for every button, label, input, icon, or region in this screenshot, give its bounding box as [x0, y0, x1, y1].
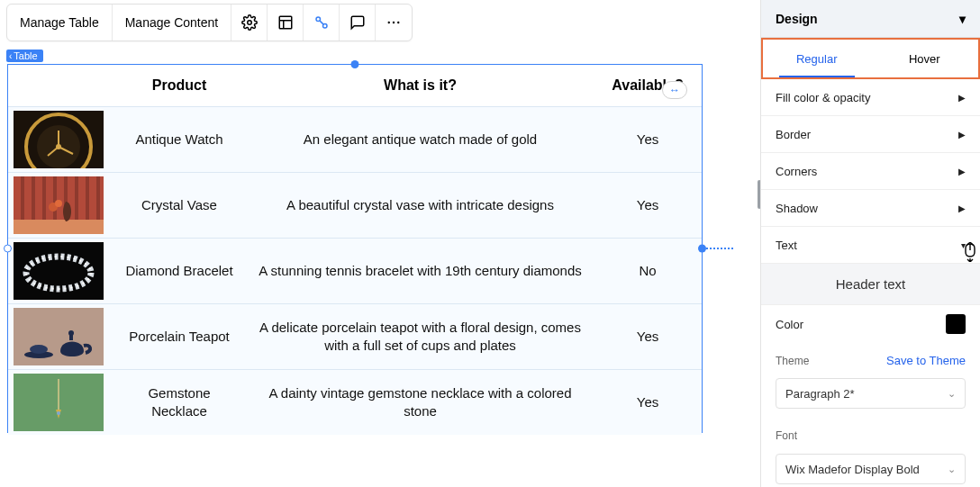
font-row: Font [761, 418, 980, 448]
panel-header[interactable]: Design ▾ [761, 0, 980, 38]
available-cell[interactable]: No [594, 239, 702, 304]
manage-content-button[interactable]: Manage Content [113, 5, 232, 41]
column-header[interactable]: What is it? [247, 65, 594, 107]
chevron-down-icon: ⌄ [948, 388, 956, 400]
product-image-cell[interactable] [8, 304, 112, 370]
table-row[interactable]: Diamond Bracelet A stunning tennis brace… [8, 239, 702, 304]
product-image-cell[interactable] [8, 370, 112, 436]
thumbnail-teapot [14, 308, 104, 365]
svg-point-12 [56, 144, 61, 149]
tab-hover[interactable]: Hover [871, 40, 979, 77]
thumbnail-watch [14, 111, 104, 168]
design-panel: Design ▾ Regular Hover Fill color & opac… [760, 0, 980, 487]
element-tag[interactable]: ‹ Table [6, 50, 43, 62]
column-resize-handle[interactable]: ↔ [662, 81, 687, 99]
svg-point-8 [397, 22, 399, 23]
floating-toolbar: Manage Table Manage Content [6, 4, 413, 41]
chevron-down-icon: ⌄ [948, 464, 956, 475]
resize-handle-top[interactable] [351, 60, 359, 68]
section-label: Corners [776, 165, 817, 178]
section-label: Shadow [776, 202, 818, 215]
section-label: Text [776, 239, 797, 252]
thumbnail-necklace [14, 374, 104, 431]
design-icon[interactable] [304, 5, 340, 41]
product-image-cell[interactable] [8, 173, 112, 239]
chat-icon[interactable] [340, 5, 376, 41]
svg-rect-1 [279, 16, 292, 29]
section-text[interactable]: Text ▾ [761, 227, 980, 264]
desc-cell[interactable]: A delicate porcelain teapot with a flora… [247, 304, 594, 370]
manage-table-button[interactable]: Manage Table [7, 5, 113, 41]
product-cell[interactable]: Gemstone Necklace [112, 370, 247, 436]
tag-label: Table [14, 50, 37, 61]
table-row[interactable]: Crystal Vase A beautiful crystal vase wi… [8, 173, 702, 239]
theme-select[interactable]: Paragraph 2* ⌄ [776, 378, 966, 409]
svg-rect-20 [14, 308, 104, 365]
svg-point-4 [316, 17, 321, 22]
theme-row: Theme Save to Theme [761, 339, 980, 373]
resize-handle-right[interactable] [698, 245, 706, 253]
product-image-cell[interactable] [8, 239, 112, 304]
product-cell[interactable]: Diamond Bracelet [112, 239, 247, 304]
layout-icon[interactable] [268, 5, 304, 41]
section-border[interactable]: Border ▶ [761, 116, 980, 153]
table-row[interactable]: Antique Watch An elegant antique watch m… [8, 107, 702, 173]
data-table[interactable]: Product What is it? Available? Antique W… [8, 65, 702, 435]
desc-cell[interactable]: A beautiful crystal vase with intricate … [247, 173, 594, 239]
subsection-header-text: Header text [761, 264, 980, 305]
table-frame[interactable]: Product What is it? Available? Antique W… [7, 64, 703, 433]
available-cell[interactable]: Yes [594, 370, 702, 436]
editor-canvas: Manage Table Manage Content ‹ Table [0, 0, 760, 487]
font-value: Wix Madefor Display Bold [785, 463, 920, 476]
desc-cell[interactable]: A stunning tennis bracelet with 19th cen… [247, 239, 594, 304]
table-row[interactable]: Porcelain Teapot A delicate porcelain te… [8, 304, 702, 370]
chevron-right-icon: ▶ [958, 130, 966, 140]
column-header[interactable] [8, 65, 112, 107]
theme-value: Paragraph 2* [785, 387, 855, 401]
section-label: Border [776, 128, 811, 141]
desc-cell[interactable]: A dainty vintage gemstone necklace with … [247, 370, 594, 436]
section-shadow[interactable]: Shadow ▶ [761, 190, 980, 227]
svg-rect-14 [14, 176, 104, 220]
available-cell[interactable]: Yes [594, 107, 702, 173]
product-cell[interactable]: Porcelain Teapot [112, 304, 247, 370]
svg-point-5 [322, 24, 327, 29]
svg-point-0 [247, 21, 251, 25]
tab-regular[interactable]: Regular [763, 40, 871, 77]
color-label: Color [776, 318, 803, 331]
table-row[interactable]: Gemstone Necklace A dainty vintage gemst… [8, 370, 702, 436]
section-label: Fill color & opacity [776, 91, 870, 104]
more-icon[interactable] [376, 5, 412, 41]
chevron-right-icon: ▶ [958, 93, 966, 103]
svg-point-6 [388, 22, 390, 23]
color-row: Color [761, 305, 980, 339]
svg-point-27 [57, 411, 60, 415]
theme-label: Theme [776, 355, 809, 367]
state-tabbar: Regular Hover [761, 38, 980, 79]
product-cell[interactable]: Antique Watch [112, 107, 247, 173]
resize-handle-left[interactable] [4, 245, 12, 253]
section-fill[interactable]: Fill color & opacity ▶ [761, 79, 980, 116]
section-corners[interactable]: Corners ▶ [761, 153, 980, 190]
product-image-cell[interactable] [8, 107, 112, 173]
available-cell[interactable]: Yes [594, 173, 702, 239]
font-select[interactable]: Wix Madefor Display Bold ⌄ [776, 454, 966, 484]
chevron-down-icon: ▾ [961, 240, 966, 250]
desc-cell[interactable]: An elegant antique watch made of gold [247, 107, 594, 173]
caret-left-icon: ‹ [9, 51, 12, 61]
chevron-right-icon: ▶ [958, 203, 966, 213]
svg-point-7 [393, 22, 395, 23]
save-to-theme-link[interactable]: Save to Theme [886, 354, 966, 367]
thumbnail-bracelet [14, 242, 104, 300]
svg-point-22 [30, 345, 48, 354]
panel-title: Design [776, 12, 818, 26]
chevron-down-icon: ▾ [959, 12, 966, 26]
font-label: Font [776, 429, 797, 442]
thumbnail-vase [14, 176, 104, 234]
settings-icon[interactable] [231, 5, 268, 41]
svg-point-24 [68, 330, 74, 336]
color-swatch[interactable] [946, 314, 966, 334]
available-cell[interactable]: Yes [594, 304, 702, 370]
column-header[interactable]: Product [112, 65, 247, 107]
product-cell[interactable]: Crystal Vase [112, 173, 247, 239]
